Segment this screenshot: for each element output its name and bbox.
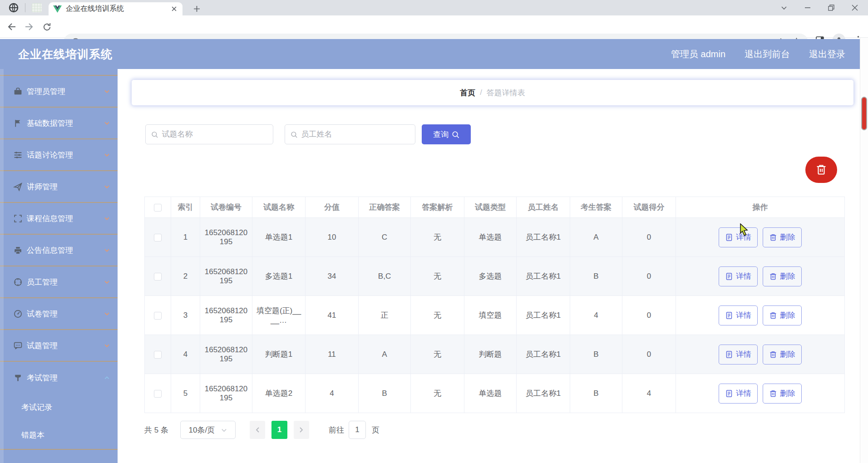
- page-scrollbar-thumb[interactable]: [861, 97, 867, 130]
- briefcase-icon: [13, 86, 23, 96]
- globe-icon[interactable]: [8, 2, 19, 13]
- tab-close-icon[interactable]: [170, 5, 178, 13]
- next-page-button[interactable]: [294, 421, 309, 439]
- cell-employee: 员工名称1: [517, 335, 570, 374]
- row-checkbox[interactable]: [154, 312, 162, 320]
- trash-icon: [769, 350, 777, 359]
- sidebar-item-4[interactable]: 讲师管理: [0, 171, 118, 203]
- cell-type: 判断题: [464, 335, 517, 374]
- goto-page-input[interactable]: [349, 421, 366, 439]
- column-header: 索引: [171, 197, 200, 218]
- new-tab-button[interactable]: [191, 3, 202, 15]
- question-name-input[interactable]: [162, 130, 267, 139]
- window-restore-button[interactable]: [826, 3, 836, 13]
- sidebar-item-label: 员工管理: [27, 277, 103, 287]
- document-icon: [725, 389, 733, 398]
- row-checkbox[interactable]: [154, 234, 162, 241]
- cell-index: 1: [171, 218, 200, 257]
- cell-analysis: 无: [411, 218, 464, 257]
- delete-button[interactable]: 删除: [763, 305, 802, 325]
- detail-button[interactable]: 详情: [719, 266, 758, 286]
- breadcrumb-home[interactable]: 首页: [460, 88, 475, 98]
- window-minimize-button[interactable]: [803, 3, 813, 13]
- inactive-tab-favicon[interactable]: [32, 3, 42, 12]
- detail-button[interactable]: 详情: [719, 305, 758, 325]
- cell-paper_no: 1652068120195: [200, 218, 252, 257]
- prev-page-button[interactable]: [250, 421, 265, 439]
- employee-name-field[interactable]: [285, 124, 415, 144]
- page-scrollbar-track[interactable]: [860, 38, 868, 463]
- cell-employee: 员工名称1: [517, 374, 570, 413]
- delete-button[interactable]: 删除: [763, 266, 802, 286]
- cell-actions: 详情删除: [676, 335, 845, 374]
- query-button[interactable]: 查询: [422, 124, 471, 144]
- delete-button[interactable]: 删除: [763, 384, 802, 404]
- sidebar-item-8[interactable]: 试卷管理: [0, 298, 118, 330]
- cell-index: 4: [171, 335, 200, 374]
- page-size-select[interactable]: 10条/页: [180, 421, 236, 439]
- sidebar-item-label: 基础数据管理: [27, 118, 103, 128]
- row-checkbox[interactable]: [154, 390, 162, 398]
- pagination: 共 5 条 10条/页 1 前往 页: [144, 421, 380, 439]
- cell-actions: 详情删除: [676, 296, 845, 335]
- printer-icon: [13, 245, 23, 255]
- column-header: 操作: [676, 197, 845, 218]
- header-link-logout[interactable]: 退出登录: [809, 48, 845, 60]
- cell-paper_no: 1652068120195: [200, 374, 252, 413]
- select-all-checkbox[interactable]: [154, 204, 162, 212]
- back-icon[interactable]: [5, 20, 18, 33]
- delete-button[interactable]: 删除: [763, 345, 802, 364]
- sidebar-item-2[interactable]: 基础数据管理: [0, 108, 118, 139]
- trash-icon: [769, 233, 777, 241]
- chevron-up-icon: [103, 374, 110, 381]
- app-title: 企业在线培训系统: [18, 47, 113, 62]
- tab-separator: [25, 3, 25, 12]
- sidebar-item-7[interactable]: 员工管理: [0, 266, 118, 298]
- sidebar-subitem-2[interactable]: 错题本: [0, 421, 118, 449]
- active-tab[interactable]: 企业在线培训系统: [49, 2, 182, 15]
- column-header: 分值: [306, 197, 359, 218]
- sidebar-item-10[interactable]: 考试管理: [0, 362, 118, 394]
- sidebar-item-5[interactable]: 课程信息管理: [0, 203, 118, 235]
- search-icon: [291, 131, 297, 138]
- detail-button[interactable]: 详情: [719, 384, 758, 404]
- table-row: 31652068120195填空题(正)____…41正无填空题员工名称140详…: [145, 296, 845, 335]
- row-checkbox[interactable]: [154, 273, 162, 281]
- timer-icon: [13, 309, 23, 319]
- question-name-field[interactable]: [145, 124, 273, 144]
- window-close-button[interactable]: [850, 3, 860, 13]
- tab-search-chevron-icon[interactable]: [779, 3, 789, 13]
- cell-index: 2: [171, 257, 200, 296]
- sidebar-item-9[interactable]: 试题管理: [0, 330, 118, 362]
- header-link-front[interactable]: 退出到前台: [745, 48, 790, 60]
- row-checkbox[interactable]: [154, 351, 162, 359]
- sidebar-item-label: 课程信息管理: [27, 213, 103, 224]
- paper-plane-icon: [13, 182, 23, 192]
- current-page-button[interactable]: 1: [271, 421, 287, 439]
- cell-analysis: 无: [411, 335, 464, 374]
- cell-correct: B,C: [359, 257, 411, 296]
- batch-delete-button[interactable]: [805, 157, 837, 183]
- sidebar-item-1[interactable]: 管理员管理: [0, 76, 118, 108]
- sidebar-item-3[interactable]: 话题讨论管理: [0, 139, 118, 171]
- pagination-total: 共 5 条: [144, 425, 168, 435]
- trash-icon: [816, 164, 827, 176]
- forward-icon[interactable]: [23, 20, 35, 33]
- cell-points: 0: [622, 296, 676, 335]
- employee-name-input[interactable]: [301, 130, 409, 139]
- sidebar-item-label: 考试管理: [27, 373, 103, 383]
- delete-button[interactable]: 删除: [763, 227, 802, 247]
- detail-button[interactable]: 详情: [719, 227, 758, 247]
- detail-button[interactable]: 详情: [719, 345, 758, 364]
- cell-answer: B: [570, 374, 622, 413]
- header-link-admin[interactable]: 管理员 admin: [671, 48, 725, 60]
- column-header: 正确答案: [359, 197, 411, 218]
- sidebar-item-label: 试题管理: [27, 340, 103, 351]
- chevron-down-icon: [103, 246, 110, 254]
- sidebar-subitem-1[interactable]: 考试记录: [0, 394, 118, 421]
- select-all-header-cell: [145, 197, 171, 218]
- sidebar-item-6[interactable]: 公告信息管理: [0, 235, 118, 266]
- compass-icon: [13, 277, 23, 287]
- cell-name: 单选题2: [252, 374, 306, 413]
- reload-icon[interactable]: [40, 20, 53, 33]
